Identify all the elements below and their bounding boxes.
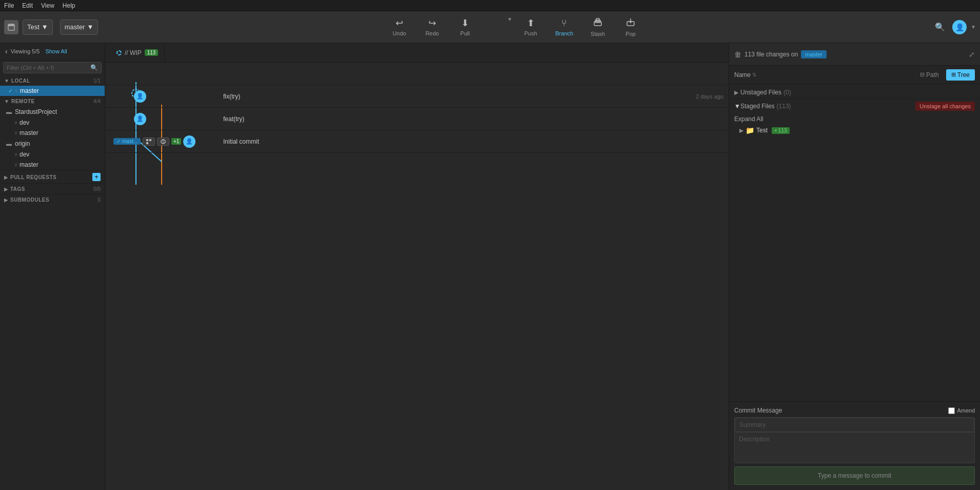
local-branch-master[interactable]: ✓ ⑂ master xyxy=(0,86,105,96)
search-button[interactable]: 🔍 xyxy=(932,19,948,35)
back-button[interactable]: ‹ xyxy=(4,46,9,56)
pop-button[interactable]: Pop xyxy=(615,13,646,41)
branch-button[interactable]: ⑂ Branch xyxy=(548,13,580,41)
unstage-all-button[interactable]: Unstage all changes xyxy=(915,102,975,111)
current-branch-name: master xyxy=(65,23,85,31)
pull-icon: ⬇ xyxy=(461,17,469,29)
commit-row-3[interactable]: ✓ mast... +1 👤 Initial commit xyxy=(105,130,729,153)
commit-info-3: Initial commit xyxy=(218,138,723,145)
repo-selector[interactable]: Test ▼ xyxy=(23,19,53,35)
user-avatar[interactable]: 👤 xyxy=(952,20,967,34)
graph-col-wip xyxy=(110,63,218,85)
commit-row-2[interactable]: 👤 feat(try) xyxy=(105,108,729,130)
unstaged-files-header[interactable]: ▶ Unstaged Files (0) xyxy=(729,86,980,99)
test-folder-name: Test xyxy=(756,127,768,134)
path-tab-icon: ⊟ xyxy=(920,71,925,78)
branch-selector[interactable]: master ▼ xyxy=(60,19,99,35)
remote-origin-dev[interactable]: ⑂ dev xyxy=(0,149,105,160)
amend-checkbox[interactable] xyxy=(948,407,955,414)
pop-label: Pop xyxy=(625,31,636,37)
filter-search-icon: 🔍 xyxy=(90,64,98,71)
name-column-header[interactable]: Name ⇅ xyxy=(734,71,756,79)
graph-col-3: ✓ mast... +1 👤 xyxy=(110,130,218,153)
tags-section-header[interactable]: ▶ TAGS 0/0 xyxy=(0,183,105,194)
submodules-collapse-icon: ▶ xyxy=(4,197,8,203)
graph-area[interactable]: 👤 fix(try) 2 days ago 👤 feat(try) xyxy=(105,63,729,490)
master-branch-badge: master xyxy=(801,50,827,58)
pull-button[interactable]: ⬇ Pull xyxy=(449,13,480,41)
local-section-left: ▼ LOCAL xyxy=(4,78,30,84)
graph-col-1: 👤 xyxy=(110,85,218,108)
commit-row-wip[interactable] xyxy=(105,63,729,85)
remote-stardustproject-name: StardustProject xyxy=(15,108,57,115)
push-icon: ⬆ xyxy=(527,17,535,29)
unstaged-section-count: (0) xyxy=(783,89,791,96)
menu-help[interactable]: Help xyxy=(63,2,75,9)
push-button[interactable]: ⬆ Push xyxy=(515,13,546,41)
trash-icon[interactable]: 🗑 xyxy=(734,50,741,58)
right-header-right: ⤢ xyxy=(969,50,975,58)
commit-message-1: fix(try) xyxy=(223,93,240,100)
branch-icon: ⑂ xyxy=(561,18,567,29)
pull-dropdown-button[interactable]: ▼ xyxy=(482,13,513,41)
folder-count: 113 xyxy=(778,128,787,133)
pull-dropdown-icon: ▼ xyxy=(507,16,512,22)
sub-branch-icon-4: ⑂ xyxy=(14,162,17,168)
test-folder-item[interactable]: ▶ 📁 Test + 113 xyxy=(729,125,980,136)
toolbar-center: ↩ Undo ↪ Redo ⬇ Pull ▼ ⬆ Push ⑂ Branch xyxy=(98,13,932,41)
branch-check-icon: ✓ xyxy=(116,139,121,144)
left-sidebar: ‹ Viewing 5/5 Show All 🔍 ▼ LOCAL 1/1 ✓ ⑂… xyxy=(0,43,105,490)
toolbar-right: 🔍 👤 ▼ xyxy=(932,19,976,35)
local-section-header[interactable]: ▼ LOCAL 1/1 xyxy=(0,75,105,86)
plus-badge: +1 xyxy=(171,138,181,145)
path-view-tab[interactable]: ⊟ Path xyxy=(915,69,944,81)
redo-label: Redo xyxy=(425,30,439,36)
remote-section-header[interactable]: ▼ REMOTE 4/4 xyxy=(0,96,105,106)
remote-section-left: ▼ REMOTE xyxy=(4,99,35,104)
summary-field[interactable]: Summary xyxy=(735,418,974,432)
submodules-count: 0 xyxy=(97,197,101,203)
description-field[interactable]: Description xyxy=(735,432,974,463)
remote-stardustproject-master[interactable]: ⑂ master xyxy=(0,128,105,138)
expand-icon[interactable]: ⤢ xyxy=(969,50,975,58)
wip-tab[interactable]: // WIP 113 xyxy=(110,43,165,62)
redo-button[interactable]: ↪ Redo xyxy=(417,13,447,41)
author-avatar-3: 👤 xyxy=(183,135,195,148)
sidebar-top: ‹ Viewing 5/5 Show All xyxy=(0,43,105,60)
commit-text-container: Summary Description xyxy=(734,417,975,463)
submodules-section-header[interactable]: ▶ SUBMODULES 0 xyxy=(0,194,105,205)
folder-file-count-badge: + 113 xyxy=(772,127,790,134)
folder-collapse-icon[interactable]: ▶ xyxy=(739,127,743,134)
show-all-link[interactable]: Show All xyxy=(45,48,67,54)
menu-edit[interactable]: Edit xyxy=(22,2,33,9)
remote-stardustproject[interactable]: ▬ StardustProject xyxy=(0,106,105,117)
remote-origin[interactable]: ▬ origin xyxy=(0,138,105,149)
commit-submit-button[interactable]: Type a message to commit xyxy=(734,466,975,485)
commit-message-2: feat(try) xyxy=(223,115,244,123)
menu-view[interactable]: View xyxy=(41,2,54,9)
branch-tag-master: ✓ mast... xyxy=(113,138,141,145)
tree-tab-icon: ⊞ xyxy=(951,71,956,78)
viewing-separator xyxy=(42,48,43,54)
origin-master-name: master xyxy=(19,161,38,168)
undo-button[interactable]: ↩ Undo xyxy=(384,13,415,41)
branch-fork-icon: ⑂ xyxy=(15,88,18,94)
expand-all-button[interactable]: Expand All xyxy=(729,113,980,125)
filter-input[interactable] xyxy=(7,65,88,71)
tags-count: 0/0 xyxy=(93,186,101,192)
remote-origin-master[interactable]: ⑂ master xyxy=(0,160,105,170)
svg-rect-10 xyxy=(146,139,148,141)
add-pr-button[interactable]: + xyxy=(92,173,101,181)
menu-bar: File Edit View Help xyxy=(0,0,980,11)
tree-view-tab[interactable]: ⊞ Tree xyxy=(946,69,975,81)
menu-file[interactable]: File xyxy=(4,2,14,9)
remote-stardustproject-dev[interactable]: ⑂ dev xyxy=(0,117,105,128)
pull-requests-section-header[interactable]: ▶ PULL REQUESTS + xyxy=(0,170,105,183)
staged-files-header[interactable]: ▼ Staged Files (113) Unstage all changes xyxy=(729,99,980,113)
commit-time-1: 2 days ago xyxy=(696,93,723,100)
commit-message-3: Initial commit xyxy=(223,138,259,145)
stash-button[interactable]: Stash xyxy=(582,13,613,41)
local-section-title: LOCAL xyxy=(11,78,30,84)
commit-row-1[interactable]: 👤 fix(try) 2 days ago xyxy=(105,85,729,108)
pr-collapse-icon: ▶ xyxy=(4,174,8,180)
